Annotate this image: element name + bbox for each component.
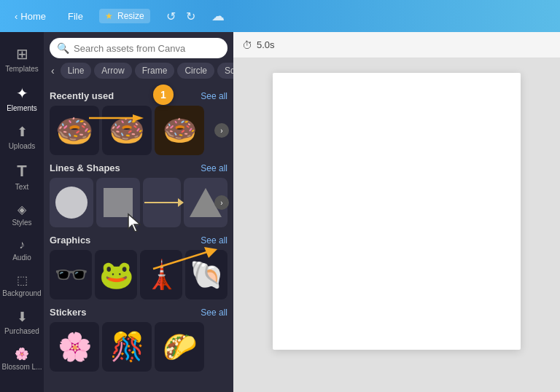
arrow-line-shape	[144, 202, 179, 203]
recently-used-scroll-right[interactable]: ›	[214, 123, 229, 138]
icon-sidebar: ⊞ Templates ✦ Elements ⬆ Uploads T Text …	[0, 32, 44, 392]
lines-shapes-see-all[interactable]: See all	[201, 163, 228, 173]
undo-button[interactable]: ↺	[162, 7, 180, 26]
timer-icon: ⏱	[242, 39, 252, 51]
styles-icon: ◈	[18, 203, 26, 216]
purchased-label: Purchased	[4, 327, 39, 335]
file-label: File	[68, 11, 83, 22]
text-icon: T	[17, 162, 26, 181]
donut-emoji-3: 🍩	[155, 106, 204, 155]
panel-content: Recently used See all 🍩 🍩 🍩 › Lines & Sh…	[44, 83, 233, 392]
shape-line-arrow-item[interactable]	[143, 178, 182, 227]
pills-left-arrow[interactable]: ‹	[48, 63, 58, 78]
file-button[interactable]: File	[62, 8, 89, 25]
sidebar-item-styles[interactable]: ◈ Styles	[0, 195, 44, 231]
cloud-save-icon: ☁	[211, 8, 225, 24]
sidebar-item-background[interactable]: ⬚ Background	[0, 266, 44, 302]
square-shape	[104, 188, 133, 217]
resize-label: Resize	[117, 11, 144, 21]
uploads-label: Uploads	[9, 142, 36, 150]
star-icon: ★	[105, 11, 113, 21]
panel-sidebar: 1 2 🔍 ‹ Line Arrow Frame Circle Square ›	[44, 32, 233, 392]
background-label: Background	[2, 289, 41, 297]
shapes-scroll-right[interactable]: ›	[214, 195, 229, 210]
home-button[interactable]: ‹ Home	[9, 8, 52, 25]
donut-item-3[interactable]: 🍩	[155, 106, 204, 155]
styles-label: Styles	[12, 219, 31, 227]
category-pills: ‹ Line Arrow Frame Circle Square ›	[44, 63, 233, 83]
audio-label: Audio	[12, 254, 31, 262]
main-layout: ⊞ Templates ✦ Elements ⬆ Uploads T Text …	[0, 32, 560, 392]
lines-shapes-title: Lines & Shapes	[50, 162, 120, 173]
graphic-item-3[interactable]: 🗼	[140, 250, 182, 299]
stickers-grid: 🌸 🎊 🌮	[50, 322, 228, 372]
donut-emoji-1: 🍩	[50, 106, 99, 155]
donut-item-2[interactable]: 🍩	[102, 106, 152, 155]
recently-used-see-all[interactable]: See all	[201, 91, 228, 101]
shape-square-item[interactable]	[96, 178, 140, 227]
pill-line[interactable]: Line	[61, 63, 92, 79]
sidebar-item-templates[interactable]: ⊞ Templates	[0, 38, 44, 77]
content-area: ⏱ 5.0s	[233, 32, 560, 392]
annotation-badge-1: 1	[153, 85, 174, 105]
donut-emoji-2: 🍩	[102, 106, 152, 155]
elements-icon: ✦	[16, 85, 28, 102]
graphic-item-2[interactable]: 🐸	[95, 250, 137, 299]
undo-redo-group: ↺ ↻	[162, 7, 200, 26]
home-label: Home	[20, 11, 46, 22]
graphics-title: Graphics	[50, 235, 90, 246]
stickers-see-all[interactable]: See all	[201, 307, 228, 318]
recently-used-title: Recently used	[50, 90, 114, 101]
timer-value: 5.0s	[257, 39, 275, 50]
sidebar-item-audio[interactable]: ♪ Audio	[0, 231, 44, 266]
text-label: Text	[15, 183, 28, 191]
topbar-left: ‹ Home File ★ Resize	[9, 8, 150, 25]
recently-used-header: Recently used See all	[50, 90, 228, 101]
search-bar[interactable]: 🔍	[50, 38, 228, 58]
donut-item-1[interactable]: 🍩	[50, 106, 99, 155]
elements-label: Elements	[7, 104, 37, 112]
resize-button[interactable]: ★ Resize	[99, 9, 150, 23]
background-icon: ⬚	[17, 273, 28, 287]
search-icon: 🔍	[57, 42, 69, 54]
sticker-item-3[interactable]: 🌮	[155, 322, 204, 372]
graphic-item-4[interactable]: 🐚	[185, 250, 228, 299]
pill-square[interactable]: Square	[217, 63, 233, 79]
stickers-header: Stickers See all	[50, 307, 228, 318]
topbar: ‹ Home File ★ Resize ↺ ↻ ☁	[0, 0, 560, 32]
graphics-grid: 🕶️ 🐸 🗼 🐚	[50, 250, 228, 299]
circle-shape	[55, 187, 88, 219]
lines-shapes-header: Lines & Shapes See all	[50, 162, 228, 173]
templates-icon: ⊞	[16, 45, 28, 63]
blossom-label: Blossom L...	[1, 363, 42, 371]
search-input[interactable]	[74, 43, 220, 54]
redo-button[interactable]: ↻	[182, 7, 200, 26]
blossom-icon: 🌸	[15, 347, 29, 361]
canvas-white[interactable]	[273, 73, 521, 350]
pill-frame[interactable]: Frame	[135, 63, 175, 79]
graphics-header: Graphics See all	[50, 235, 228, 246]
chevron-left-icon: ‹	[15, 11, 18, 22]
sidebar-item-text[interactable]: T Text	[0, 154, 44, 195]
shapes-grid: ›	[50, 178, 228, 227]
uploads-icon: ⬆	[17, 124, 28, 140]
sidebar-item-elements[interactable]: ✦ Elements	[0, 77, 44, 117]
sticker-item-2[interactable]: 🎊	[102, 322, 152, 372]
sticker-item-1[interactable]: 🌸	[50, 322, 99, 372]
templates-label: Templates	[5, 65, 39, 73]
purchased-icon: ⬇	[17, 309, 28, 325]
timer-display: ⏱ 5.0s	[242, 39, 275, 51]
recently-used-grid: 🍩 🍩 🍩 ›	[50, 106, 228, 155]
graphic-item-1[interactable]: 🕶️	[50, 250, 92, 299]
sidebar-item-uploads[interactable]: ⬆ Uploads	[0, 117, 44, 154]
audio-icon: ♪	[19, 238, 25, 251]
pill-arrow[interactable]: Arrow	[94, 63, 131, 79]
stickers-title: Stickers	[50, 307, 87, 318]
graphics-see-all[interactable]: See all	[201, 235, 228, 246]
sidebar-item-purchased[interactable]: ⬇ Purchased	[0, 302, 44, 340]
pill-circle[interactable]: Circle	[177, 63, 214, 79]
canvas-area[interactable]	[233, 58, 560, 392]
shape-circle-item[interactable]	[50, 178, 93, 227]
content-toolbar: ⏱ 5.0s	[233, 32, 560, 58]
sidebar-item-blossom[interactable]: 🌸 Blossom L...	[0, 340, 44, 375]
